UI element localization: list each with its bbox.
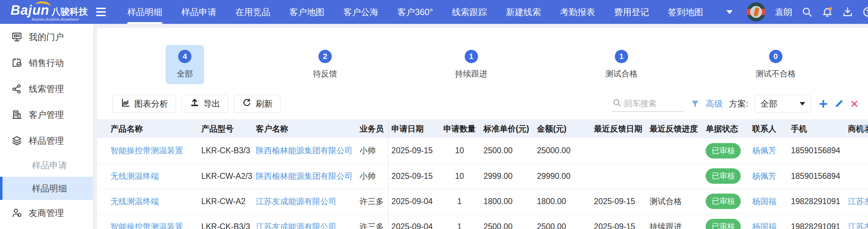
cell-qty: 10: [438, 163, 480, 189]
cell-salesman: 许三多: [357, 214, 388, 229]
product-link[interactable]: 智能操控带测温装置: [110, 146, 183, 155]
button-label: 刷新: [256, 98, 272, 109]
cell-phone: 19828291091: [788, 214, 845, 229]
sidebar-item-customer-management[interactable]: 客户管理: [0, 102, 93, 128]
status-count-badge: 0: [769, 50, 782, 63]
status-label: 持续跟进: [455, 68, 487, 79]
status-badge: 已审核: [706, 168, 741, 184]
product-link[interactable]: 无线测温终端: [110, 171, 159, 181]
advanced-filter-link[interactable]: 高级: [706, 98, 723, 109]
cell-feedback_progress: 持续跟进: [647, 214, 703, 229]
app-logo[interactable]: Bajun 八骏科技 Anyone,Anytime,Anywhere!: [0, 3, 90, 21]
search-input[interactable]: [624, 99, 680, 108]
nav-tab-new-lead[interactable]: 新建线索: [497, 0, 551, 24]
brand-name: Bajun: [11, 3, 49, 18]
scheme-select[interactable]: 全部: [754, 95, 811, 113]
status-count-badge: 2: [318, 50, 332, 63]
customer-building-icon: [11, 109, 22, 120]
cell-amount: 25000.00: [534, 138, 591, 163]
product-link[interactable]: 无线测温终端: [110, 197, 159, 206]
cell-apply_date: 2025-09-15: [389, 163, 438, 189]
sidebar-item-leads-management[interactable]: 线索管理: [0, 76, 93, 102]
help-icon[interactable]: [862, 6, 868, 18]
add-scheme-button[interactable]: +: [819, 96, 828, 111]
status-tab-test-passed[interactable]: 1测试合格: [596, 45, 647, 84]
customer-link[interactable]: 江苏友成能源有限公司: [256, 197, 336, 206]
leads-share-icon: [11, 83, 22, 94]
col-header-salesman: 业务员: [357, 119, 388, 138]
brand-name-cn: 八骏科技: [52, 6, 88, 18]
nav-tab-customer-pool[interactable]: 客户公海: [334, 0, 388, 24]
nav-tab-sample-detail[interactable]: 样品明细: [118, 0, 172, 24]
bell-icon[interactable]: [822, 6, 833, 18]
cell-status: 已审核: [703, 189, 749, 214]
search-box: [612, 96, 684, 112]
cell-product: 无线测温终端: [97, 189, 199, 214]
status-tab-test-failed[interactable]: 0测试不合格: [746, 45, 805, 84]
nav-tab-attendance-report[interactable]: 考勤报表: [551, 0, 605, 24]
nav-more-caret-icon[interactable]: [726, 10, 733, 14]
status-badge: 已审核: [706, 194, 741, 209]
status-count-badge: 1: [465, 50, 478, 63]
cell-product: 无线测温终端: [97, 163, 199, 189]
refresh-button[interactable]: 刷新: [234, 95, 281, 113]
chart-analysis-button[interactable]: 图表分析: [113, 95, 176, 113]
cell-qty: 10: [438, 138, 480, 163]
cell-feedback_progress: 测试合格: [647, 189, 703, 214]
contact-link[interactable]: 杨国福: [752, 222, 776, 229]
customer-link[interactable]: 陕西榆林能源集团有限公司: [256, 171, 352, 181]
cell-opportunity: 江苏友成: [845, 214, 868, 229]
nav-tab-competing-products[interactable]: 在用竞品: [226, 0, 280, 24]
table-row: 无线测温终端LKR-CW-A2江苏友成能源有限公司许三多2025-09-0411…: [97, 189, 868, 214]
status-label: 待反馈: [313, 68, 337, 79]
contact-link[interactable]: 杨国福: [752, 197, 776, 206]
cell-phone: 18590156894: [788, 163, 845, 189]
status-tab-follow-up[interactable]: 1持续跟进: [446, 45, 497, 84]
sidebar-item-label: 样品管理: [29, 135, 64, 147]
opportunity-link[interactable]: 江苏友成: [848, 222, 868, 229]
user-name[interactable]: 袁朗: [775, 6, 792, 18]
cell-opportunity: [845, 138, 868, 163]
nav-tab-customer-360[interactable]: 客户360°: [388, 0, 443, 24]
nav-tab-checkin-map[interactable]: 签到地图: [659, 0, 713, 24]
nav-tab-lead-tracking[interactable]: 线索跟踪: [443, 0, 497, 24]
opportunity-link[interactable]: 江苏友成: [848, 197, 868, 206]
sidebar-item-partner-management[interactable]: 友商管理: [0, 200, 93, 226]
nav-tab-expense-register[interactable]: 费用登记: [605, 0, 659, 24]
customer-link[interactable]: 江苏友成能源有限公司: [256, 222, 336, 229]
search-icon[interactable]: [801, 6, 813, 18]
filter-funnel-icon[interactable]: [691, 99, 700, 108]
delete-scheme-button[interactable]: ✕: [850, 98, 859, 110]
sidebar-subitem-sample-apply[interactable]: 样品申请: [0, 154, 93, 177]
chevron-down-icon: [800, 102, 805, 106]
chart-icon: [121, 98, 130, 110]
col-header-amount: 金额(元): [534, 119, 591, 138]
sidebar-item-label: 客户管理: [29, 109, 64, 121]
export-button[interactable]: 导出: [182, 95, 228, 113]
button-label: 图表分析: [134, 98, 168, 109]
column-settings-gear-icon[interactable]: ⚙: [861, 122, 868, 136]
customer-link[interactable]: 陕西榆林能源集团有限公司: [256, 146, 352, 155]
nav-tab-sample-apply[interactable]: 样品申请: [172, 0, 226, 24]
product-link[interactable]: 智能操控带测温装置: [110, 222, 183, 229]
sidebar-item-sales-action[interactable]: 销售行动: [0, 50, 93, 76]
nav-tab-customer-map[interactable]: 客户地图: [280, 0, 334, 24]
download-icon[interactable]: [842, 6, 853, 18]
sidebar-item-sample-management[interactable]: 样品管理: [0, 128, 93, 154]
status-label: 测试不合格: [755, 68, 796, 79]
user-avatar[interactable]: [747, 2, 766, 21]
scheme-select-value: 全部: [760, 98, 777, 109]
edit-scheme-button[interactable]: [834, 99, 844, 109]
contact-link[interactable]: 杨佩芳: [752, 171, 776, 181]
contact-link[interactable]: 杨佩芳: [752, 146, 776, 155]
col-header-product: 产品名称: [97, 119, 199, 138]
sales-calendar-icon: [11, 57, 22, 68]
sidebar-subitem-sample-detail[interactable]: 样品明细: [0, 177, 93, 200]
hamburger-menu-icon[interactable]: [90, 8, 112, 16]
cell-product: 智能操控带测温装置: [97, 214, 199, 229]
sidebar-item-label: 线索管理: [29, 83, 64, 95]
status-tab-all[interactable]: 4全部: [166, 45, 204, 84]
sidebar-item-my-portal[interactable]: 我的门户: [0, 24, 93, 50]
status-tab-pending-feedback[interactable]: 2待反馈: [304, 45, 346, 84]
col-header-opportunity: 商机名称⚙: [845, 119, 868, 138]
